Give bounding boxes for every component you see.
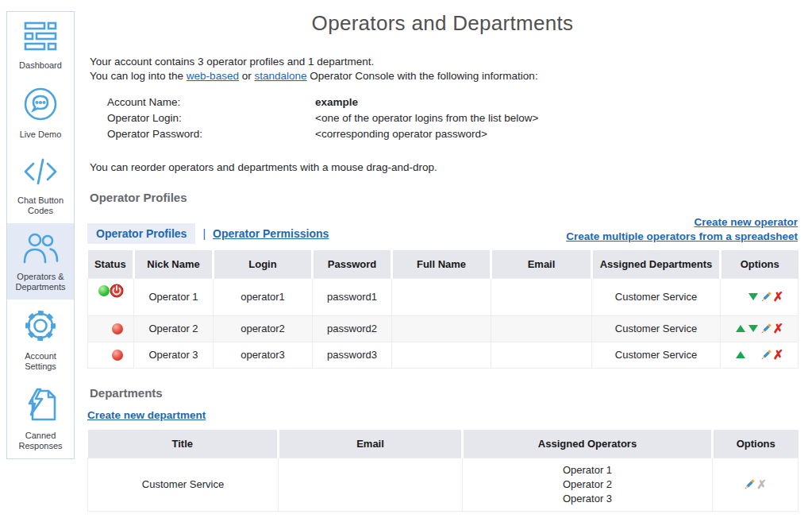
status-cell <box>88 342 134 368</box>
full-name-cell <box>392 279 491 316</box>
create-multiple-operators-link[interactable]: Create multiple operators from a spreads… <box>566 230 798 242</box>
options-cell: ✗ <box>721 279 799 316</box>
login-cell: operator3 <box>214 342 313 368</box>
gear-icon <box>23 308 58 346</box>
col-password: Password <box>313 250 392 279</box>
col-email: Email <box>279 430 463 458</box>
online-status-icons <box>98 284 124 296</box>
sidebar-item-live-demo[interactable]: Live Demo <box>7 78 74 147</box>
sidebar-item-label: Dashboard <box>19 60 62 71</box>
operator-profiles-heading: Operator Profiles <box>90 191 798 204</box>
assigned-operator: Operator 1 <box>466 463 709 477</box>
password-cell: password2 <box>313 315 392 342</box>
departments-table: Title Email Assigned Operators Options C… <box>87 430 799 512</box>
delete-x-icon[interactable]: ✗ <box>773 290 783 303</box>
account-info: Account Name: example Operator Login: <o… <box>107 95 798 142</box>
assigned-departments-cell: Customer Service <box>592 342 721 368</box>
operator-row[interactable]: Operator 2 operator2 password2 Customer … <box>88 315 799 342</box>
col-assigned-operators: Assigned Operators <box>463 430 713 458</box>
operator-login-row: Operator Login: <one of the operator log… <box>107 110 798 126</box>
move-down-icon[interactable] <box>749 293 758 300</box>
password-cell: password3 <box>313 342 392 368</box>
sidebar: Dashboard Live Demo Chat Button Codes <box>6 11 75 459</box>
operator-password-row: Operator Password: <corresponding operat… <box>107 126 798 142</box>
operators-table: Status Nick Name Login Password Full Nam… <box>87 250 799 369</box>
sidebar-item-label: Canned Responses <box>10 431 71 451</box>
email-cell <box>491 279 592 316</box>
assigned-departments-cell: Customer Service <box>592 315 721 342</box>
sidebar-item-label: Live Demo <box>20 130 62 140</box>
edit-pencil-icon[interactable] <box>760 323 772 335</box>
power-button-icon[interactable] <box>110 284 124 298</box>
edit-pencil-icon[interactable] <box>743 478 756 491</box>
operator-password-value: <corresponding operator password> <box>315 126 487 142</box>
tab-operator-permissions[interactable]: Operator Permissions <box>213 227 329 240</box>
move-up-icon[interactable] <box>736 325 745 332</box>
options-cell: ✗ <box>721 342 799 368</box>
create-new-department-link[interactable]: Create new department <box>87 409 206 421</box>
delete-x-icon[interactable]: ✗ <box>773 322 783 335</box>
sidebar-item-label: Account Settings <box>10 351 71 372</box>
web-based-link[interactable]: web-based <box>187 70 239 82</box>
move-up-icon[interactable] <box>736 351 745 358</box>
nick-name-cell: Operator 1 <box>134 279 214 316</box>
sidebar-item-canned-responses[interactable]: Canned Responses <box>7 379 74 458</box>
chat-bubble-icon <box>23 87 58 125</box>
sidebar-item-label: Chat Button Codes <box>10 195 71 216</box>
reorder-note: You can reorder operators and department… <box>90 161 798 173</box>
edit-pencil-icon[interactable] <box>760 291 772 303</box>
standalone-link[interactable]: standalone <box>254 70 306 82</box>
login-cell: operator1 <box>214 279 313 316</box>
sidebar-item-account-settings[interactable]: Account Settings <box>7 300 74 379</box>
operators-table-header: Status Nick Name Login Password Full Nam… <box>88 250 799 279</box>
operator-row[interactable]: Operator 3 operator3 password3 Customer … <box>88 342 799 368</box>
create-new-operator-link[interactable]: Create new operator <box>694 216 798 228</box>
operator-login-value: <one of the operator logins from the lis… <box>315 110 538 126</box>
assigned-operator: Operator 3 <box>466 492 709 506</box>
operator-tabs-row: Operator Profiles | Operator Permissions… <box>87 215 798 244</box>
delete-x-icon[interactable]: ✗ <box>773 348 783 361</box>
full-name-cell <box>392 315 491 342</box>
operator-tabs: Operator Profiles | Operator Permissions <box>87 223 329 244</box>
intro-line-1: Your account contains 3 operator profile… <box>90 55 798 69</box>
sidebar-item-label: Operators & Departments <box>10 272 71 292</box>
code-icon <box>22 156 59 191</box>
col-full-name: Full Name <box>392 250 491 279</box>
create-operator-links: Create new operator Create multiple oper… <box>566 215 798 244</box>
password-cell: password1 <box>313 279 392 316</box>
full-name-cell <box>392 342 491 368</box>
delete-disabled-x-icon: ✗ <box>756 477 767 491</box>
edit-pencil-icon[interactable] <box>760 349 772 361</box>
departments-heading: Departments <box>90 386 798 400</box>
options-cell: ✗ <box>721 315 799 342</box>
department-operators-cell: Operator 1 Operator 2 Operator 3 <box>463 458 713 511</box>
move-down-icon[interactable] <box>749 325 758 332</box>
account-name-value: example <box>315 95 358 110</box>
col-nick-name: Nick Name <box>134 250 214 279</box>
col-email: Email <box>491 250 592 279</box>
departments-table-header: Title Email Assigned Operators Options <box>88 430 799 458</box>
status-cell <box>88 279 134 316</box>
main-content: Operators and Departments Your account c… <box>87 11 798 512</box>
sidebar-item-dashboard[interactable]: Dashboard <box>7 12 74 78</box>
col-status: Status <box>88 250 134 279</box>
col-title: Title <box>88 430 279 458</box>
login-cell: operator2 <box>214 315 313 342</box>
assigned-departments-cell: Customer Service <box>592 279 721 316</box>
col-login: Login <box>214 250 313 279</box>
tab-separator: | <box>202 227 206 240</box>
department-row[interactable]: Customer Service Operator 1 Operator 2 O… <box>88 458 799 511</box>
dashboard-icon <box>22 21 59 56</box>
intro-line-2: You can log into the web-based or standa… <box>90 69 798 83</box>
operator-row[interactable]: Operator 1 operator1 password1 Customer … <box>88 279 799 316</box>
operators-icon <box>21 232 60 267</box>
sidebar-item-operators-departments[interactable]: Operators & Departments <box>7 223 74 300</box>
email-cell <box>491 315 592 342</box>
intro-text: Your account contains 3 operator profile… <box>90 55 798 83</box>
offline-indicator-icon <box>112 350 123 361</box>
tab-operator-profiles[interactable]: Operator Profiles <box>87 223 195 244</box>
offline-indicator-icon <box>112 323 123 334</box>
nick-name-cell: Operator 2 <box>134 315 214 342</box>
sidebar-item-chat-button-codes[interactable]: Chat Button Codes <box>7 147 74 223</box>
col-options: Options <box>713 430 799 458</box>
